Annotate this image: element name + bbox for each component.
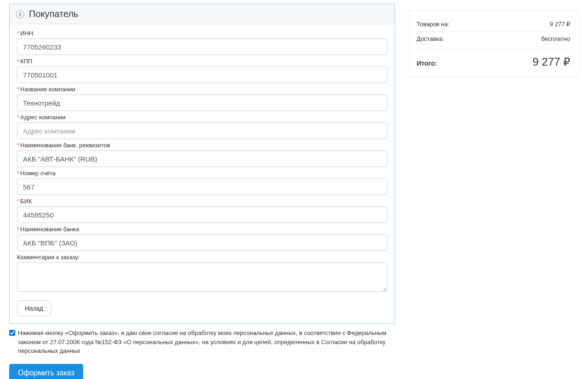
comment-textarea[interactable] [17,262,387,292]
order-summary: Товаров на: 9 277 ₽ Доставка: бесплатно … [408,10,579,77]
kpp-input[interactable] [17,67,387,83]
bank-name-input[interactable] [17,234,387,251]
kpp-label: *КПП [17,56,387,67]
company-address-input[interactable] [17,123,387,139]
summary-goods-row: Товаров на: 9 277 ₽ [417,17,570,32]
back-button[interactable]: Назад [17,301,51,316]
bik-label: *БИК [17,196,387,206]
summary-total-value: 9 277 ₽ [532,56,570,68]
bank-name-label: *Наименование банка [17,224,387,234]
summary-delivery-label: Доставка: [417,35,444,42]
submit-order-button[interactable]: Оформить заказ [9,364,83,379]
summary-delivery-value: бесплатно [541,35,570,42]
bank-req-label: *Наименование банк. реквизитов [17,140,387,150]
summary-total-label: Итого: [417,60,437,67]
agree-text: Нажимая кнопку «Оформить заказ», я даю с… [18,329,395,356]
agree-checkbox[interactable] [9,330,15,336]
bank-req-input[interactable] [17,150,387,167]
summary-goods-label: Товаров на: [417,21,449,28]
comment-label: Комментарии к заказу: [17,252,387,262]
company-name-input[interactable] [17,95,387,111]
buyer-panel: 6 Покупатель *ИНН *КПП *Название компани… [9,4,395,324]
panel-title: Покупатель [29,9,78,19]
summary-delivery-row: Доставка: бесплатно [417,32,570,46]
summary-total-row: Итого: 9 277 ₽ [417,49,570,70]
company-name-label: *Название компании [17,84,387,95]
company-address-label: *Адрес компании [17,112,387,123]
account-number-label: *Номер счёта [17,168,387,178]
panel-header: 6 Покупатель [10,4,395,24]
bik-input[interactable] [17,206,387,223]
step-number: 6 [16,10,24,18]
account-number-input[interactable] [17,178,387,195]
inn-input[interactable] [17,39,387,55]
summary-goods-value: 9 277 ₽ [550,21,570,28]
inn-label: *ИНН [17,28,387,39]
